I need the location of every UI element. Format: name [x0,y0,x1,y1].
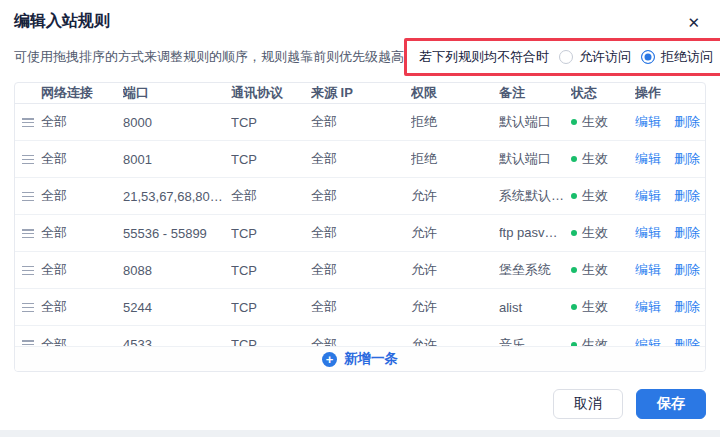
status-text: 生效 [582,113,608,131]
cell-source-ip: 全部 [311,187,411,205]
delete-link[interactable]: 删除 [674,150,700,168]
edit-link[interactable]: 编辑 [635,261,661,279]
header-status: 状态 [571,84,635,102]
cell-network-connection: 全部 [41,336,123,347]
cell-protocol: TCP [231,226,311,241]
cell-port: 8001 [123,152,231,167]
drag-handle-icon[interactable] [22,303,34,312]
hint-row: 可使用拖拽排序的方式来调整规则的顺序，规则越靠前则优先级越高 若下列规则均不符合… [0,36,720,78]
cell-status: 生效 [571,298,635,316]
delete-link[interactable]: 删除 [674,336,700,347]
status-text: 生效 [582,187,608,205]
cell-protocol: TCP [231,115,311,130]
cell-permission: 允许 [411,298,499,316]
status-dot-icon [571,156,577,162]
cell-remark: 系统默认服... [499,187,571,205]
cell-protocol: TCP [231,263,311,278]
cell-protocol: TCP [231,300,311,315]
cancel-button[interactable]: 取消 [553,389,623,419]
status-dot-icon [571,119,577,125]
cell-source-ip: 全部 [311,298,411,316]
cell-operations: 编辑 删除 [635,187,705,205]
drag-handle-icon[interactable] [22,266,34,275]
close-icon[interactable]: ✕ [683,12,704,34]
cell-permission: 允许 [411,336,499,347]
cell-permission: 拒绝 [411,150,499,168]
radio-allow-access[interactable]: 允许访问 [559,48,631,66]
cell-status: 生效 [571,113,635,131]
cell-operations: 编辑 删除 [635,298,705,316]
edit-link[interactable]: 编辑 [635,298,661,316]
fallback-policy-label: 若下列规则均不符合时 [419,48,549,66]
cell-port: 5244 [123,300,231,315]
cell-source-ip: 全部 [311,150,411,168]
status-dot-icon [571,342,577,347]
edit-link[interactable]: 编辑 [635,336,661,347]
cell-operations: 编辑 删除 [635,150,705,168]
edit-inbound-rules-dialog: 编辑入站规则 ✕ 可使用拖拽排序的方式来调整规则的顺序，规则越靠前则优先级越高 … [0,0,720,437]
radio-allow-label: 允许访问 [579,48,631,66]
cell-port: 8088 [123,263,231,278]
table-row: 全部 21,53,67,68,80,1... 全部 全部 允许 系统默认服...… [15,178,705,215]
drag-handle-icon[interactable] [22,340,34,346]
cell-protocol: TCP [231,152,311,167]
dialog-title: 编辑入站规则 [14,10,110,32]
header-protocol: 通讯协议 [231,84,311,102]
radio-circle-icon [641,50,655,64]
table-body: 全部 8000 TCP 全部 拒绝 默认端口 生效 编辑 删除 全部 8001 … [15,104,705,346]
drag-handle-icon[interactable] [22,118,34,127]
cell-drag [15,192,41,201]
delete-link[interactable]: 删除 [674,261,700,279]
cell-network-connection: 全部 [41,150,123,168]
cell-port: 55536 - 55899 [123,226,231,241]
edit-link[interactable]: 编辑 [635,224,661,242]
edit-link[interactable]: 编辑 [635,113,661,131]
drag-handle-icon[interactable] [22,192,34,201]
cell-network-connection: 全部 [41,261,123,279]
cell-remark: ftp pasv模... [499,224,571,242]
table-row: 全部 4533 TCP 全部 允许 音乐 生效 编辑 删除 [15,326,705,346]
cell-port: 8000 [123,115,231,130]
cell-port: 21,53,67,68,80,1... [123,189,231,204]
cell-remark: 音乐 [499,336,571,347]
cell-network-connection: 全部 [41,113,123,131]
header-network-connection: 网络连接 [41,84,123,102]
cell-drag [15,340,41,346]
cell-network-connection: 全部 [41,224,123,242]
cell-permission: 允许 [411,224,499,242]
rules-table: 网络连接 端口 通讯协议 来源 IP 权限 备注 状态 操作 全部 8000 T… [14,82,706,372]
cell-operations: 编辑 删除 [635,261,705,279]
header-permission: 权限 [411,84,499,102]
table-row: 全部 55536 - 55899 TCP 全部 允许 ftp pasv模... … [15,215,705,252]
status-text: 生效 [582,298,608,316]
delete-link[interactable]: 删除 [674,113,700,131]
status-dot-icon [571,230,577,236]
cell-protocol: TCP [231,337,311,346]
cell-status: 生效 [571,187,635,205]
cell-network-connection: 全部 [41,187,123,205]
drag-handle-icon[interactable] [22,229,34,238]
cell-permission: 拒绝 [411,113,499,131]
status-dot-icon [571,304,577,310]
radio-deny-access[interactable]: 拒绝访问 [641,48,713,66]
edit-link[interactable]: 编辑 [635,150,661,168]
status-dot-icon [571,193,577,199]
cell-drag [15,266,41,275]
status-text: 生效 [582,150,608,168]
edit-link[interactable]: 编辑 [635,187,661,205]
table-row: 全部 8000 TCP 全部 拒绝 默认端口 生效 编辑 删除 [15,104,705,141]
add-rule-label: 新增一条 [344,350,398,368]
cell-source-ip: 全部 [311,113,411,131]
drag-handle-icon[interactable] [22,155,34,164]
add-rule-button[interactable]: + 新增一条 [15,346,705,371]
cell-status: 生效 [571,150,635,168]
delete-link[interactable]: 删除 [674,187,700,205]
cell-drag [15,118,41,127]
delete-link[interactable]: 删除 [674,298,700,316]
delete-link[interactable]: 删除 [674,224,700,242]
save-button[interactable]: 保存 [636,389,706,419]
drag-sort-hint: 可使用拖拽排序的方式来调整规则的顺序，规则越靠前则优先级越高 [14,48,404,66]
cell-status: 生效 [571,336,635,347]
cell-operations: 编辑 删除 [635,336,705,347]
fallback-policy-annotation-box: 若下列规则均不符合时 允许访问 拒绝访问 [404,38,720,76]
